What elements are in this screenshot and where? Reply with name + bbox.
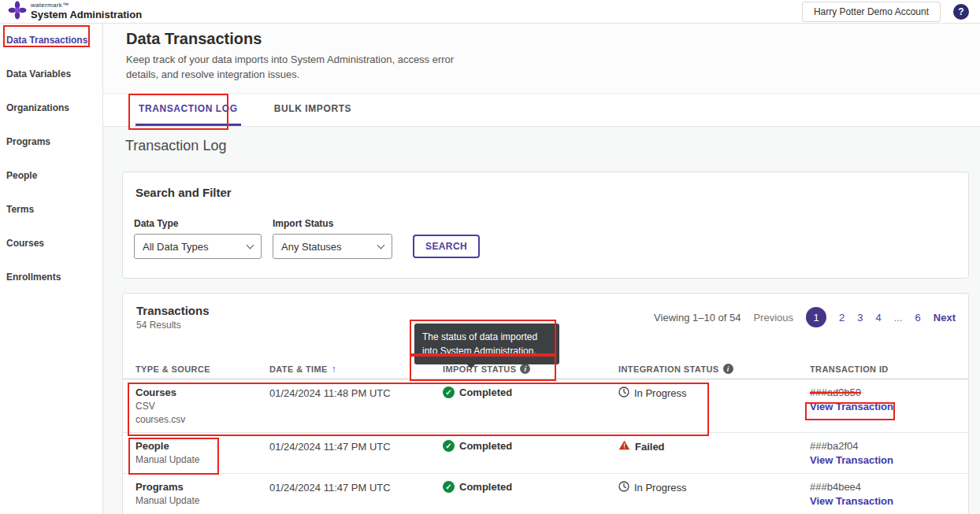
sidebar-item-organizations[interactable]: Organizations (0, 96, 102, 130)
data-type-label: Data Type (134, 218, 262, 229)
sidebar: Data Transactions Data Variables Organiz… (0, 24, 103, 514)
chevron-down-icon (377, 241, 385, 249)
transaction-id-cell: ###ad9b50 View Transaction (810, 386, 956, 412)
page-title: Data Transactions (126, 30, 262, 48)
pagination-next[interactable]: Next (934, 312, 956, 324)
sidebar-item-people[interactable]: People (0, 164, 102, 198)
sidebar-item-terms[interactable]: Terms (0, 198, 102, 231)
data-type-select[interactable]: All Data Types (134, 234, 262, 259)
transaction-id: ###ba2f04 (810, 440, 956, 452)
pagination-page-2[interactable]: 2 (839, 312, 845, 324)
import-status-cell: ✓ Completed (443, 481, 618, 493)
chevron-down-icon (247, 241, 254, 249)
import-status-select[interactable]: Any Statuses (273, 234, 392, 259)
type-source-cell: Programs Manual Update (135, 481, 269, 506)
tabbar: TRANSACTION LOG BULK IMPORTS (103, 93, 980, 127)
transactions-table: TYPE & SOURCE DATE & TIME ↑ IMPORT STATU… (123, 359, 968, 514)
integration-status-cell: Failed (618, 440, 810, 453)
results-count: 54 Results (136, 320, 181, 331)
search-filter-card: Search and Filter Data Type All Data Typ… (122, 172, 969, 279)
tab-bulk-imports[interactable]: BULK IMPORTS (271, 94, 355, 126)
screen: watermark™ System Administration Harry P… (0, 0, 980, 514)
column-import-status-label: IMPORT STATUS (443, 364, 516, 374)
integration-status-cell: In Progress (618, 386, 810, 400)
topbar-right: Harry Potter Demo Account ? (802, 2, 969, 22)
completed-check-icon: ✓ (443, 440, 455, 452)
type-source-cell: People Manual Update (135, 440, 269, 465)
pagination-page-1[interactable]: 1 (806, 307, 826, 327)
row-source: CSV (135, 401, 269, 412)
column-type-source: TYPE & SOURCE (135, 364, 269, 374)
table-row: Courses CSV courses.csv 01/24/2024 11:48… (123, 379, 968, 433)
import-status-cell: ✓ Completed (443, 440, 618, 452)
row-source: Manual Update (135, 454, 269, 465)
import-status-info-icon[interactable]: i (520, 364, 530, 374)
row-type: People (135, 440, 269, 452)
import-status-value: Any Statuses (281, 241, 342, 253)
content-area: Transaction Log Search and Filter Data T… (103, 127, 980, 514)
column-transaction-id-label: TRANSACTION ID (810, 364, 889, 374)
row-type: Courses (135, 386, 269, 398)
integration-status-info-icon[interactable]: i (723, 364, 733, 374)
transaction-id-cell: ###b4bee4 View Transaction (810, 481, 956, 507)
column-date-time-label: DATE & TIME (269, 364, 328, 374)
integration-status-text: In Progress (634, 387, 686, 399)
import-status-text: Completed (459, 481, 512, 493)
row-datetime: 01/24/2024 11:47 PM UTC (269, 481, 443, 494)
account-button[interactable]: Harry Potter Demo Account (802, 2, 941, 22)
data-type-field: Data Type All Data Types (134, 218, 262, 259)
pagination-page-3[interactable]: 3 (857, 312, 863, 324)
pagination-previous[interactable]: Previous (753, 312, 793, 324)
row-datetime: 01/24/2024 11:47 PM UTC (269, 440, 443, 453)
row-type: Programs (135, 481, 269, 493)
completed-check-icon: ✓ (443, 386, 455, 398)
watermark-logo-icon (8, 1, 27, 23)
import-status-text: Completed (459, 440, 512, 452)
sidebar-item-courses[interactable]: Courses (0, 231, 102, 265)
sidebar-item-data-transactions[interactable]: Data Transactions (0, 28, 102, 62)
import-status-field: Import Status Any Statuses (273, 218, 392, 259)
view-transaction-link[interactable]: View Transaction (810, 495, 956, 507)
integration-status-cell: In Progress (618, 481, 810, 494)
column-date-time[interactable]: DATE & TIME ↑ (269, 364, 443, 375)
integration-status-text: In Progress (634, 482, 686, 494)
page-header: Data Transactions Keep track of your dat… (103, 24, 980, 93)
column-transaction-id: TRANSACTION ID (810, 364, 956, 374)
sidebar-item-data-variables[interactable]: Data Variables (0, 62, 102, 96)
import-status-label: Import Status (273, 218, 392, 229)
search-button[interactable]: SEARCH (413, 235, 480, 258)
view-transaction-link[interactable]: View Transaction (810, 401, 956, 412)
pagination: Viewing 1–10 of 54 Previous 1 2 3 4 ... … (654, 307, 956, 327)
import-status-cell: ✓ Completed (443, 386, 618, 398)
transaction-id-cell: ###ba2f04 View Transaction (810, 440, 956, 466)
tab-transaction-log[interactable]: TRANSACTION LOG (135, 94, 241, 126)
brand-text: watermark™ System Administration (31, 2, 142, 20)
transaction-id: ###b4bee4 (810, 481, 956, 493)
sort-ascending-icon[interactable]: ↑ (332, 364, 336, 375)
row-datetime: 01/24/2024 11:48 PM UTC (269, 386, 443, 399)
import-status-text: Completed (459, 386, 512, 398)
pagination-page-4[interactable]: 4 (876, 312, 882, 324)
row-source: Manual Update (135, 495, 269, 506)
topbar: watermark™ System Administration Harry P… (0, 0, 980, 24)
failed-warning-icon (618, 440, 630, 453)
pagination-viewing: Viewing 1–10 of 54 (654, 312, 741, 324)
sidebar-item-enrollments[interactable]: Enrollments (0, 265, 102, 299)
view-transaction-link[interactable]: View Transaction (810, 454, 956, 466)
brand: watermark™ System Administration (8, 1, 142, 23)
search-filter-title: Search and Filter (135, 186, 232, 199)
table-row: Programs Manual Update 01/24/2024 11:47 … (123, 474, 968, 514)
help-icon[interactable]: ? (953, 4, 969, 20)
table-row: People Manual Update 01/24/2024 11:47 PM… (123, 433, 968, 474)
pagination-page-6[interactable]: 6 (915, 312, 921, 324)
transactions-title: Transactions (136, 304, 210, 317)
page-subtitle: Keep track of your data imports into Sys… (126, 53, 470, 83)
section-heading: Transaction Log (125, 138, 226, 154)
column-type-source-label: TYPE & SOURCE (135, 364, 210, 374)
completed-check-icon: ✓ (443, 481, 455, 493)
transactions-card: Transactions 54 Results Viewing 1–10 of … (122, 293, 969, 514)
sidebar-item-programs[interactable]: Programs (0, 130, 102, 164)
main-content: Data Transactions Keep track of your dat… (103, 24, 980, 514)
pagination-ellipsis: ... (894, 312, 903, 324)
column-integration-status-label: INTEGRATION STATUS (618, 364, 719, 374)
